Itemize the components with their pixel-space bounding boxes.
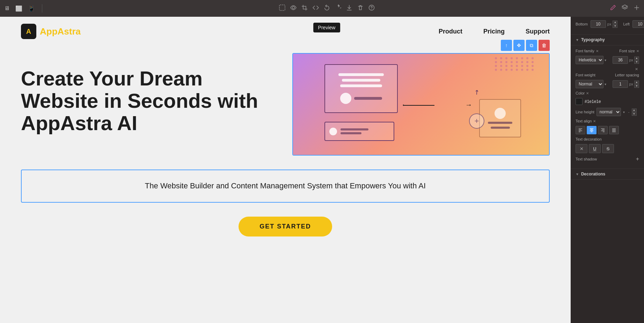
font-size-up[interactable]: ▲	[634, 57, 639, 60]
subtitle-text: The Website Builder and Content Manageme…	[29, 181, 542, 191]
letter-spacing-down[interactable]: ▼	[634, 84, 639, 88]
image-move-btn[interactable]: ✥	[513, 40, 525, 51]
illustration-main-card	[324, 64, 398, 113]
svg-point-1	[292, 7, 294, 9]
color-label: Color ✕	[576, 91, 589, 95]
hero-section: Create Your Dream Website in Seconds wit…	[0, 46, 571, 170]
letter-spacing-label: Letter spacing	[615, 73, 639, 77]
illustration-small-card	[324, 122, 394, 141]
nav-link-pricing[interactable]: Pricing	[483, 28, 505, 35]
letter-spacing-stepper: ▲ ▼	[634, 81, 639, 88]
main-layout: A AppAstra Product Pricing Support Creat…	[0, 17, 644, 323]
image-delete-btn[interactable]: 🗑	[539, 40, 550, 51]
align-right-btn[interactable]	[598, 126, 608, 134]
hero-illustration: ← → ↗ +	[293, 54, 549, 155]
text-decoration-label-row: Text decoration	[576, 137, 639, 141]
decorations-chevron: ▼	[576, 172, 579, 176]
text-decoration-buttons: ✕ U S	[576, 144, 639, 153]
main-toolbar: 🖥 ⬜ 📱 Preview	[0, 0, 644, 17]
font-family-select[interactable]: Helvetica Arial Georgia	[576, 56, 603, 64]
plus-icon[interactable]	[634, 5, 640, 12]
font-size-down[interactable]: ▼	[634, 60, 639, 64]
line-height-down[interactable]: ▼	[632, 112, 637, 116]
panel-bottom-input[interactable]	[591, 20, 606, 28]
crop-icon[interactable]	[301, 5, 308, 12]
site-nav: A AppAstra Product Pricing Support	[0, 17, 571, 46]
font-weight-label: Font weight	[576, 73, 595, 77]
layers-icon[interactable]	[622, 5, 628, 12]
toolbar-separator-1	[42, 4, 42, 13]
illustration-plus-circle: +	[469, 113, 484, 129]
image-move-up-btn[interactable]: ↑	[501, 40, 512, 51]
hero-text: Create Your Dream Website in Seconds wit…	[21, 67, 278, 141]
selection-icon[interactable]	[279, 5, 285, 12]
nav-link-product[interactable]: Product	[439, 28, 462, 35]
line-height-up[interactable]: ▲	[632, 108, 637, 112]
image-copy-btn[interactable]: ⧉	[526, 40, 537, 51]
color-swatch[interactable]	[576, 98, 583, 105]
pen-icon[interactable]	[610, 5, 616, 12]
typography-chevron: ▼	[576, 38, 579, 42]
subtitle-section[interactable]: The Website Builder and Content Manageme…	[21, 170, 550, 203]
font-size-stepper: ▲ ▼	[634, 57, 639, 64]
line-height-stepper: ▲ ▼	[632, 108, 637, 116]
color-clear[interactable]: ✕	[586, 91, 589, 95]
trash-icon[interactable]	[357, 5, 364, 12]
redo-icon[interactable]	[335, 5, 341, 12]
panel-bottom-down[interactable]: ▼	[613, 24, 617, 28]
text-shadow-label: Text shadow	[576, 157, 597, 161]
color-row-label: Color ✕	[576, 91, 639, 95]
tablet-icon[interactable]: ⬜	[15, 5, 22, 12]
font-weight-select[interactable]: Normal Bold Light	[576, 80, 603, 88]
text-underline-btn[interactable]: U	[589, 144, 601, 153]
desktop-icon[interactable]: 🖥	[4, 5, 10, 12]
font-size-unit: px	[629, 58, 633, 62]
cta-button[interactable]: GET STARTED	[239, 217, 332, 236]
illustration-arrow-right: →	[465, 101, 472, 109]
font-weight-arrow[interactable]: ▾	[605, 82, 606, 86]
panel-spacing-section: Bottom px ▲ ▼ Left px ▲ ▼	[571, 17, 644, 35]
align-justify-btn[interactable]	[609, 126, 619, 134]
logo-text: AppAstra	[40, 26, 81, 37]
font-family-row: Font family ✕ Font size ✕	[576, 49, 639, 53]
help-icon[interactable]	[368, 5, 375, 12]
font-family-arrow[interactable]: ▾	[605, 58, 606, 62]
text-align-clear[interactable]: ✕	[593, 119, 596, 123]
color-value: #1e1e1e	[585, 99, 601, 104]
font-family-clear[interactable]: ✕	[596, 49, 599, 53]
undo-icon[interactable]	[324, 5, 330, 12]
align-left-btn[interactable]	[576, 126, 585, 134]
font-size-label: Font size ✕	[619, 49, 639, 53]
typography-section-header[interactable]: ▼ Typography	[571, 35, 644, 45]
letter-spacing-input[interactable]	[613, 80, 628, 88]
align-center-btn[interactable]	[587, 126, 597, 134]
code-icon[interactable]	[313, 5, 319, 12]
preview-icon[interactable]	[290, 5, 297, 12]
panel-left-input[interactable]	[632, 20, 644, 28]
font-size-clear[interactable]: ✕	[636, 49, 639, 53]
text-shadow-add-btn[interactable]: +	[636, 156, 639, 162]
site-logo: A AppAstra	[21, 24, 81, 39]
letter-spacing-up[interactable]: ▲	[634, 81, 639, 84]
canvas-area[interactable]: A AppAstra Product Pricing Support Creat…	[0, 17, 571, 323]
website-preview: A AppAstra Product Pricing Support Creat…	[0, 17, 571, 323]
line-height-arrow[interactable]: ▾	[623, 110, 625, 114]
line-height-row: Line height normal 1.2 1.5 2 ▾ - ▲ ▼	[576, 108, 639, 116]
text-strikethrough-btn[interactable]: S	[602, 144, 614, 153]
illustration-connector	[403, 105, 434, 106]
line-height-select[interactable]: normal 1.2 1.5 2	[597, 108, 621, 116]
text-strikethrough-x-btn[interactable]: ✕	[576, 144, 587, 153]
illustration-diagonal-arrow: ↗	[472, 88, 481, 97]
hero-image-box[interactable]: ← → ↗ +	[292, 53, 550, 156]
download-icon[interactable]	[346, 5, 352, 12]
mobile-icon[interactable]: 📱	[28, 5, 35, 12]
letter-spacing-section-close[interactable]: ✕	[634, 67, 639, 72]
panel-bottom-up[interactable]: ▲	[613, 21, 617, 24]
decorations-section-header[interactable]: ▼ Decorations	[571, 169, 644, 180]
line-height-label: Line height	[576, 110, 594, 114]
nav-link-support[interactable]: Support	[526, 28, 550, 35]
panel-bottom-unit: px	[607, 22, 612, 26]
panel-left-label: Left	[623, 22, 629, 26]
right-panel: Bottom px ▲ ▼ Left px ▲ ▼	[571, 17, 644, 323]
font-size-input[interactable]	[613, 56, 628, 64]
